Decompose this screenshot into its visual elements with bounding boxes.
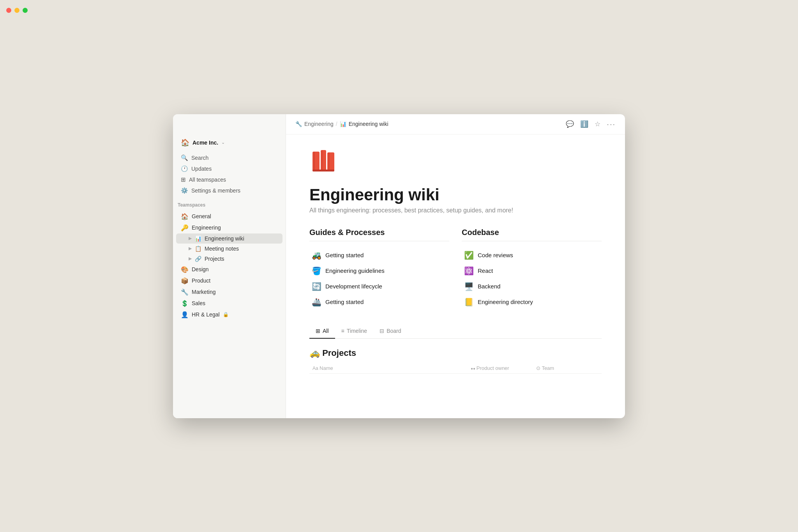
guide-emoji-0: 🚜 <box>312 251 321 260</box>
teamspaces-icon: ⊞ <box>181 176 186 183</box>
guide-label-1: Engineering guidelines <box>325 267 385 274</box>
guide-emoji-3: 🚢 <box>312 297 321 307</box>
col-product-owner: ●● Product owner <box>471 365 533 371</box>
chevron-right-icon2: ▶ <box>189 246 192 251</box>
sidebar-item-meeting-notes[interactable]: ▶ 📋 Meeting notes <box>176 244 282 254</box>
sidebar-item-general[interactable]: 🏠 General <box>176 211 282 222</box>
col-team-icon: ⊙ <box>536 365 542 371</box>
more-icon[interactable]: ··· <box>607 120 616 129</box>
tab-board-icon: ⊟ <box>380 328 384 334</box>
main-content: 🔧 Engineering / 📊 Engineering wiki 💬 ℹ️ … <box>286 114 625 418</box>
code-item-1[interactable]: ⚛️ React <box>462 263 602 279</box>
guide-item-3[interactable]: 🚢 Getting started <box>309 294 449 310</box>
guide-emoji-2: 🔄 <box>312 282 321 291</box>
marketing-icon: 🔧 <box>181 288 189 296</box>
sidebar-label-projects: Projects <box>205 256 224 262</box>
workspace-name: Acme Inc. <box>192 140 218 146</box>
sidebar-item-engineering-wiki[interactable]: ▶ 📊 Engineering wiki <box>176 233 282 244</box>
projects-emoji: 🚕 <box>309 348 320 358</box>
code-label-0: Code reviews <box>478 252 513 258</box>
product-icon: 📦 <box>181 277 189 285</box>
col-team: ⊙ Team <box>536 365 598 371</box>
sidebar-label-meeting-notes: Meeting notes <box>205 246 239 252</box>
page-content: Engineering wiki All things engineering:… <box>286 134 625 418</box>
teamspaces-section-label: Teamspaces <box>173 198 286 209</box>
tab-board[interactable]: ⊟ Board <box>373 324 407 339</box>
nav-teamspaces-label: All teamspaces <box>189 177 226 183</box>
table-header: Aa Name ●● Product owner ⊙ Team <box>309 363 602 374</box>
sidebar: 🏠 Acme Inc. ⌄ 🔍 Search 🕐 Updates ⊞ All t… <box>173 114 286 418</box>
code-label-2: Backend <box>478 283 500 290</box>
workspace-selector[interactable]: 🏠 Acme Inc. ⌄ <box>176 136 282 149</box>
sidebar-label-marketing: Marketing <box>192 289 215 295</box>
nav-search-label: Search <box>191 155 208 161</box>
meeting-notes-icon: 📋 <box>195 246 201 252</box>
sidebar-item-engineering[interactable]: 🔑 Engineering <box>176 222 282 233</box>
page-title: Engineering wiki <box>309 186 602 204</box>
sidebar-item-product[interactable]: 📦 Product <box>176 275 282 286</box>
wiki-icon: 📊 <box>195 235 201 242</box>
topbar: 🔧 Engineering / 📊 Engineering wiki 💬 ℹ️ … <box>286 114 625 134</box>
guide-item-0[interactable]: 🚜 Getting started <box>309 247 449 263</box>
tab-timeline[interactable]: ≡ Timeline <box>335 324 374 339</box>
sidebar-label-sales: Sales <box>192 300 205 306</box>
code-item-0[interactable]: ✅ Code reviews <box>462 247 602 263</box>
chevron-right-icon: ▶ <box>189 236 192 241</box>
breadcrumb: 🔧 Engineering / 📊 Engineering wiki <box>295 121 388 127</box>
sidebar-label-general: General <box>192 213 211 219</box>
hr-icon: 👤 <box>181 311 189 318</box>
lock-icon: 🔒 <box>223 312 229 317</box>
codebase-section: Codebase ✅ Code reviews ⚛️ React 🖥️ Back… <box>462 228 602 310</box>
comment-icon[interactable]: 💬 <box>566 120 574 128</box>
code-emoji-0: ✅ <box>464 251 474 260</box>
guide-label-0: Getting started <box>325 252 364 258</box>
tab-all[interactable]: ⊞ All <box>309 324 335 339</box>
svg-rect-3 <box>312 170 334 171</box>
topbar-actions: 💬 ℹ️ ☆ ··· <box>566 120 616 129</box>
svg-rect-6 <box>328 152 330 171</box>
breadcrumb-current: Engineering wiki <box>349 121 388 127</box>
star-icon[interactable]: ☆ <box>595 120 600 128</box>
code-item-3[interactable]: 📒 Engineering directory <box>462 294 602 310</box>
code-item-2[interactable]: 🖥️ Backend <box>462 279 602 294</box>
general-icon: 🏠 <box>181 213 189 220</box>
guide-label-2: Development lifecycle <box>325 283 382 290</box>
sidebar-item-sales[interactable]: 💲 Sales <box>176 298 282 309</box>
nav-teamspaces[interactable]: ⊞ All teamspaces <box>176 174 282 185</box>
sidebar-item-hr-legal[interactable]: 👤 HR & Legal 🔒 <box>176 309 282 320</box>
sidebar-item-marketing[interactable]: 🔧 Marketing <box>176 286 282 298</box>
search-icon: 🔍 <box>181 154 188 161</box>
col-product-owner-label: Product owner <box>477 365 509 371</box>
code-emoji-3: 📒 <box>464 297 474 307</box>
tab-board-label: Board <box>387 328 401 334</box>
info-icon[interactable]: ℹ️ <box>580 120 588 128</box>
code-emoji-1: ⚛️ <box>464 266 474 276</box>
guide-label-3: Getting started <box>325 299 364 305</box>
code-emoji-2: 🖥️ <box>464 282 474 291</box>
sidebar-label-engineering: Engineering <box>192 224 221 231</box>
workspace-chevron-icon: ⌄ <box>221 140 225 145</box>
col-team-label: Team <box>542 365 554 371</box>
nav-search[interactable]: 🔍 Search <box>176 152 282 163</box>
col-name: Aa Name <box>312 365 468 371</box>
sidebar-item-design[interactable]: 🎨 Design <box>176 264 282 275</box>
breadcrumb-parent-icon: 🔧 <box>295 121 302 127</box>
tab-timeline-icon: ≡ <box>341 328 344 334</box>
sidebar-label-design: Design <box>192 266 209 272</box>
sales-icon: 💲 <box>181 300 189 307</box>
sidebar-item-projects[interactable]: ▶ 🔗 Projects <box>176 254 282 264</box>
nav-updates-label: Updates <box>191 166 212 172</box>
svg-rect-4 <box>313 152 315 171</box>
guide-emoji-1: 🪣 <box>312 266 321 276</box>
sections-grid: Guides & Processes 🚜 Getting started 🪣 E… <box>309 228 602 310</box>
guide-item-2[interactable]: 🔄 Development lifecycle <box>309 279 449 294</box>
sidebar-label-wiki: Engineering wiki <box>205 235 244 242</box>
nav-settings[interactable]: ⚙️ Settings & members <box>176 185 282 196</box>
guide-item-1[interactable]: 🪣 Engineering guidelines <box>309 263 449 279</box>
chevron-right-icon3: ▶ <box>189 256 192 261</box>
tabs-bar: ⊞ All ≡ Timeline ⊟ Board <box>309 324 602 339</box>
nav-updates[interactable]: 🕐 Updates <box>176 163 282 174</box>
nav-settings-label: Settings & members <box>191 187 240 194</box>
breadcrumb-parent: Engineering <box>304 121 334 127</box>
design-icon: 🎨 <box>181 266 189 273</box>
